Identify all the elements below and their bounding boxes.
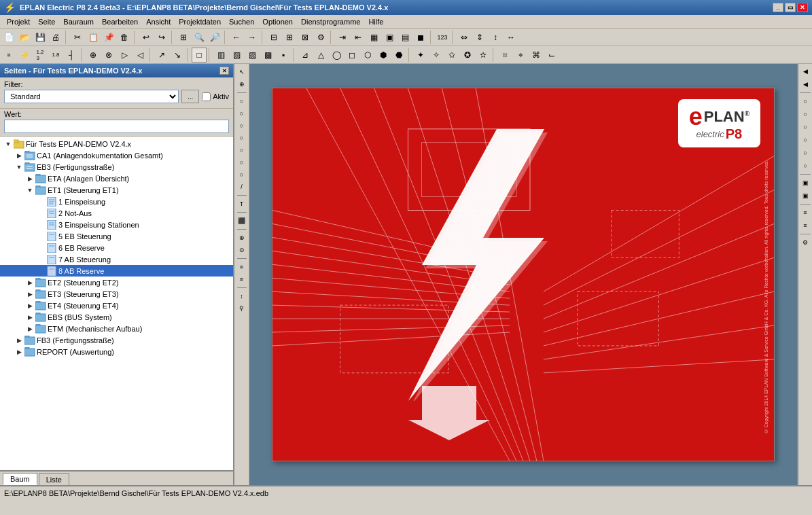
extra5-btn[interactable]: ▤	[398, 30, 412, 45]
extra7-btn[interactable]: ⇔	[457, 30, 472, 45]
print-btn[interactable]: 🖨	[48, 30, 63, 45]
restore-button[interactable]: ▭	[785, 3, 796, 12]
align-btn[interactable]: ⊠	[298, 30, 313, 45]
toggle-ebs[interactable]: ▶	[24, 312, 35, 323]
extra10-btn[interactable]: ↔	[504, 30, 518, 45]
toggle-report[interactable]: ▶	[14, 347, 24, 357]
left-tb-13[interactable]: ⊕	[236, 232, 247, 243]
left-tb-15[interactable]: ≡	[236, 262, 247, 272]
tb2-29[interactable]: ✫	[476, 48, 491, 63]
tb2-15[interactable]: ▨	[245, 48, 260, 63]
left-tb-7[interactable]: ○	[236, 145, 247, 156]
tb2-32[interactable]: ⌘	[529, 48, 544, 63]
tb2-8[interactable]: ▷	[117, 48, 132, 63]
rt-11[interactable]: ≡	[799, 207, 811, 219]
left-tb-16[interactable]: ≡	[236, 274, 247, 285]
tree-page1[interactable]: 1 Einspeisung	[0, 196, 233, 207]
menu-projekt[interactable]: Projekt	[3, 16, 34, 27]
left-tb-11[interactable]: T	[236, 198, 247, 209]
grid-btn[interactable]: ⊟	[266, 30, 281, 45]
tb2-1[interactable]: ≡	[1, 48, 16, 63]
redo-btn[interactable]: ↪	[154, 30, 169, 45]
tree-area[interactable]: ▼ Für Tests EPLAN-DEMO V2.4.x ▶	[0, 137, 233, 470]
tb2-3[interactable]: 1.23	[33, 48, 48, 63]
tree-eta[interactable]: ▶ ETA (Anlagen Übersicht)	[0, 173, 233, 184]
open-btn[interactable]: 📂	[17, 30, 32, 45]
menu-dienstprogramme[interactable]: Dienstprogramme	[297, 16, 364, 27]
left-tb-2[interactable]: ⊕	[236, 79, 247, 90]
menu-bearbeiten[interactable]: Bearbeiten	[98, 16, 142, 27]
filter-dropdown[interactable]: Standard	[4, 90, 179, 103]
tb2-10[interactable]: ↗	[154, 48, 169, 63]
delete-btn[interactable]: 🗑	[117, 30, 132, 45]
rt-7[interactable]: ○	[799, 147, 811, 159]
toggle-et4[interactable]: ▶	[24, 300, 35, 311]
paste-btn[interactable]: 📌	[101, 30, 116, 45]
tree-fb3[interactable]: ▶ FB3 (Fertigungsstraße)	[0, 334, 233, 346]
tb2-5[interactable]: ┤	[64, 48, 79, 63]
tree-et2[interactable]: ▶ ET2 (Steuerung ET2)	[0, 277, 233, 288]
nav-back-btn[interactable]: ←	[229, 30, 244, 45]
extra2-btn[interactable]: ⇤	[351, 30, 366, 45]
tb2-27[interactable]: ✩	[444, 48, 459, 63]
grid2-btn[interactable]: ⊞	[282, 30, 297, 45]
tb2-4[interactable]: 1.8	[48, 48, 63, 63]
tb2-23[interactable]: ⬢	[376, 48, 391, 63]
rt-10[interactable]: ▣	[799, 190, 811, 202]
tb2-12[interactable]: □	[192, 48, 207, 63]
toggle-eb3[interactable]: ▼	[14, 162, 24, 173]
tb2-20[interactable]: ◯	[329, 48, 344, 63]
panel-close-btn[interactable]: ✕	[219, 67, 229, 75]
tb2-26[interactable]: ✧	[429, 48, 444, 63]
tb2-19[interactable]: △	[313, 48, 328, 63]
rt-13[interactable]: ⚙	[799, 236, 811, 249]
toggle-eta[interactable]: ▶	[24, 173, 35, 184]
tree-et4[interactable]: ▶ ET4 (Steuerung ET4)	[0, 300, 233, 311]
copy-btn[interactable]: 📋	[86, 30, 101, 45]
tree-page2[interactable]: 2 Not-Aus	[0, 207, 233, 219]
tb2-30[interactable]: ⌗	[497, 48, 512, 63]
extra9-btn[interactable]: ↕	[488, 30, 503, 45]
left-tb-17[interactable]: ↕	[236, 291, 247, 302]
rt-12[interactable]: ≡	[799, 219, 811, 232]
tree-page5[interactable]: 5 EB Steuerung	[0, 230, 233, 242]
rt-1[interactable]: ◀	[799, 65, 811, 77]
tb2-13[interactable]: ▥	[213, 48, 228, 63]
left-tb-3[interactable]: ○	[236, 96, 247, 107]
tree-ebs[interactable]: ▶ EBS (BUS System)	[0, 311, 233, 323]
left-tb-9[interactable]: ○	[236, 169, 247, 180]
menu-projektdaten[interactable]: Projektdaten	[175, 16, 225, 27]
wert-input[interactable]	[4, 120, 229, 133]
extra6-btn[interactable]: ◼	[413, 30, 428, 45]
tree-page8[interactable]: 8 AB Reserve	[0, 265, 233, 277]
filter-options-btn[interactable]: ...	[181, 90, 199, 103]
tb2-28[interactable]: ✪	[460, 48, 475, 63]
rt-9[interactable]: ▣	[799, 177, 811, 189]
rt-3[interactable]: ○	[799, 95, 811, 107]
zoom-out-btn[interactable]: 🔎	[207, 30, 222, 45]
menu-hilfe[interactable]: Hilfe	[364, 16, 387, 27]
tree-root[interactable]: ▼ Für Tests EPLAN-DEMO V2.4.x	[0, 138, 233, 149]
extra3-btn[interactable]: ▦	[366, 30, 381, 45]
tree-etm[interactable]: ▶ ETM (Mechanischer Aufbau)	[0, 323, 233, 334]
left-tb-6[interactable]: ○	[236, 132, 247, 143]
tab-baum[interactable]: Baum	[3, 473, 37, 485]
tree-ca1[interactable]: ▶ CA1 (Anlagendokumentation Gesamt)	[0, 149, 233, 161]
tb2-24[interactable]: ⬣	[391, 48, 406, 63]
tab-liste[interactable]: Liste	[39, 473, 69, 485]
toggle-etm[interactable]: ▶	[24, 323, 35, 334]
new-btn[interactable]: 📄	[1, 30, 16, 45]
extra1-btn[interactable]: ⇥	[335, 30, 350, 45]
cut-btn[interactable]: ✂	[70, 30, 85, 45]
tree-et1[interactable]: ▼ ET1 (Steuerung ET1)	[0, 184, 233, 196]
rt-5[interactable]: ○	[799, 121, 811, 133]
undo-btn[interactable]: ↩	[139, 30, 154, 45]
canvas-area[interactable]: e PLAN® electric P8 © Copyright 2014 EPL…	[249, 64, 797, 485]
left-tb-1[interactable]: ↖	[236, 67, 247, 77]
toggle-et3[interactable]: ▶	[24, 289, 35, 300]
toggle-ca1[interactable]: ▶	[14, 150, 24, 161]
tb2-7[interactable]: ⊗	[101, 48, 116, 63]
left-tb-4[interactable]: ○	[236, 108, 247, 119]
left-tb-10[interactable]: /	[236, 181, 247, 192]
toggle-et1[interactable]: ▼	[24, 185, 35, 196]
